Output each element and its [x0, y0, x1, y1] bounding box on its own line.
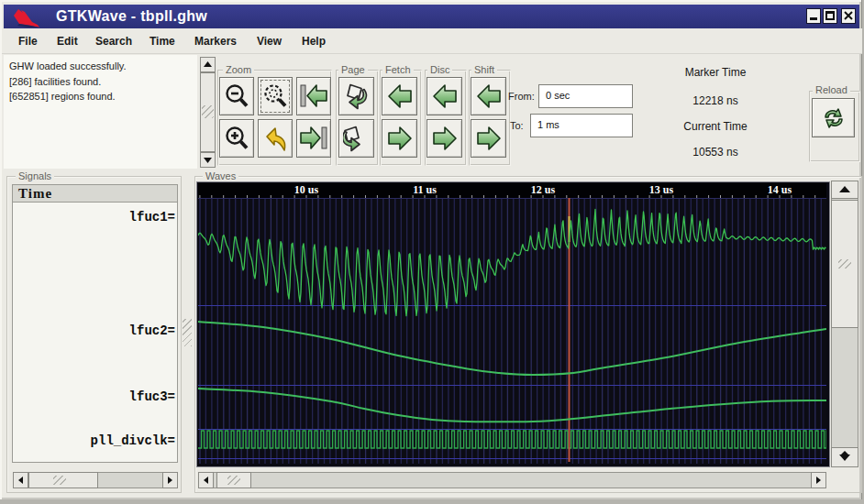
svg-text:13 us: 13 us	[649, 183, 674, 196]
svg-text:11 us: 11 us	[413, 183, 437, 196]
svg-text:14 us: 14 us	[768, 183, 792, 196]
svg-text:10 us: 10 us	[294, 183, 319, 196]
svg-text:12 us: 12 us	[531, 183, 556, 196]
